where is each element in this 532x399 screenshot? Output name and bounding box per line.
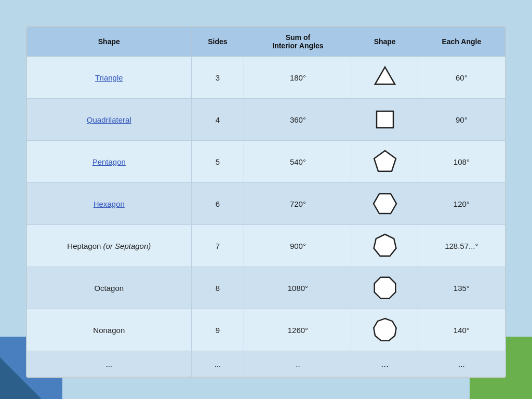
- cell-sides: 9: [191, 309, 244, 351]
- cell-shape-name: Heptagon (or Septagon): [27, 225, 192, 267]
- cell-shape-name: Nonagon: [27, 309, 192, 351]
- cell-shape-svg: [352, 309, 418, 351]
- table-container: Shape Sides Sum ofInterior Angles Shape …: [26, 26, 506, 378]
- cell-each-angle: ...: [418, 351, 505, 377]
- svg-marker-0: [375, 67, 395, 84]
- cell-sides: 7: [191, 225, 244, 267]
- cell-shape-svg: [352, 99, 418, 141]
- cell-sides: 4: [191, 99, 244, 141]
- table-row: Pentagon5540°108°: [27, 141, 506, 183]
- cell-sum: 1260°: [244, 309, 352, 351]
- cell-sides: ...: [191, 351, 244, 377]
- cell-shape-name: ...: [27, 351, 192, 377]
- cell-sum: 720°: [244, 183, 352, 225]
- svg-marker-3: [374, 194, 396, 214]
- angles-table: Shape Sides Sum ofInterior Angles Shape …: [26, 26, 506, 377]
- table-row: ..............: [27, 351, 506, 377]
- cell-sum: 540°: [244, 141, 352, 183]
- svg-rect-1: [377, 111, 393, 128]
- svg-marker-6: [374, 318, 396, 341]
- cell-shape-svg: [352, 183, 418, 225]
- cell-sum: 900°: [244, 225, 352, 267]
- col-header-sum: Sum ofInterior Angles: [244, 27, 352, 57]
- cell-shape-name[interactable]: Pentagon: [27, 141, 192, 183]
- cell-shape-name[interactable]: Quadrilateral: [27, 99, 192, 141]
- cell-sum: 360°: [244, 99, 352, 141]
- cell-each-angle: 120°: [418, 183, 505, 225]
- cell-shape-svg: [352, 57, 418, 99]
- svg-marker-4: [374, 234, 396, 256]
- table-row: Octagon81080°135°: [27, 267, 506, 309]
- cell-sum: ..: [244, 351, 352, 377]
- cell-each-angle: 135°: [418, 267, 505, 309]
- col-header-shape-icon: Shape: [352, 27, 418, 57]
- cell-shape-name: Octagon: [27, 267, 192, 309]
- cell-sides: 8: [191, 267, 244, 309]
- col-header-sides: Sides: [191, 27, 244, 57]
- table-row: Nonagon91260°140°: [27, 309, 506, 351]
- table-row: Hexagon6720°120°: [27, 183, 506, 225]
- cell-shape-svg: [352, 141, 418, 183]
- cell-sides: 6: [191, 183, 244, 225]
- cell-shape-svg: ...: [352, 351, 418, 377]
- table-row: Quadrilateral4360°90°: [27, 99, 506, 141]
- cell-each-angle: 108°: [418, 141, 505, 183]
- table-row: Triangle3180°60°: [27, 57, 506, 99]
- col-header-shape: Shape: [27, 27, 192, 57]
- cell-each-angle: 140°: [418, 309, 505, 351]
- cell-sides: 5: [191, 141, 244, 183]
- cell-shape-svg: [352, 225, 418, 267]
- cell-shape-svg: [352, 267, 418, 309]
- cell-shape-name[interactable]: Triangle: [27, 57, 192, 99]
- table-row: Heptagon (or Septagon)7900°128.57...°: [27, 225, 506, 267]
- cell-sum: 180°: [244, 57, 352, 99]
- svg-marker-2: [374, 151, 396, 171]
- cell-each-angle: 60°: [418, 57, 505, 99]
- main-content: Shape Sides Sum ofInterior Angles Shape …: [0, 0, 532, 388]
- cell-sum: 1080°: [244, 267, 352, 309]
- cell-each-angle: 128.57...°: [418, 225, 505, 267]
- svg-marker-5: [374, 277, 395, 299]
- cell-sides: 3: [191, 57, 244, 99]
- cell-shape-name[interactable]: Hexagon: [27, 183, 192, 225]
- table-header-row: Shape Sides Sum ofInterior Angles Shape …: [27, 27, 506, 57]
- col-header-each-angle: Each Angle: [418, 27, 505, 57]
- cell-each-angle: 90°: [418, 99, 505, 141]
